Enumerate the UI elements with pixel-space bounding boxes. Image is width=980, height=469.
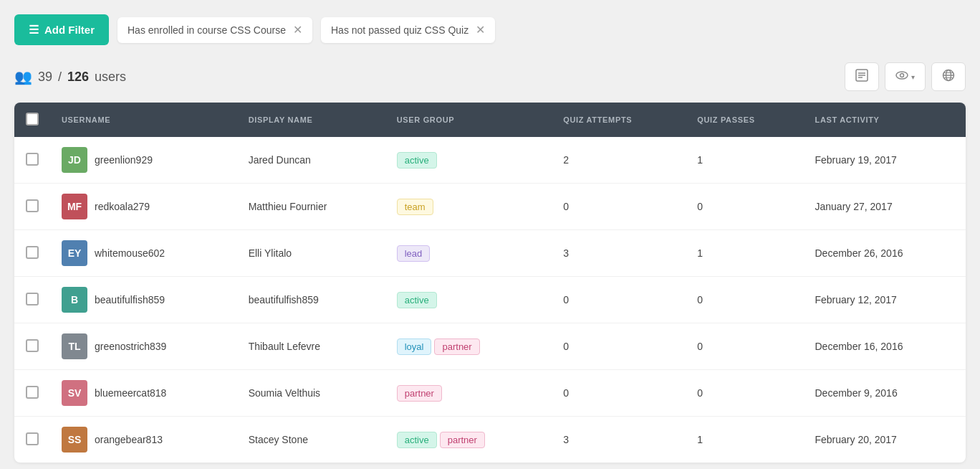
globe-icon bbox=[942, 69, 955, 85]
row-4-quiz-passes: 0 bbox=[686, 323, 803, 370]
row-2-username-cell: EYwhitemouse602 bbox=[50, 230, 237, 277]
row-6-avatar: SS bbox=[62, 427, 87, 453]
row-1-username: redkoala279 bbox=[95, 201, 150, 212]
row-0-username: greenlion929 bbox=[95, 154, 153, 166]
row-1-username-cell: MFredkoala279 bbox=[50, 184, 237, 230]
summary-bar: 👥 39 / 126 users ▾ bbox=[14, 62, 966, 91]
row-3-checkbox[interactable] bbox=[26, 293, 39, 305]
row-0-display-name: Jared Duncan bbox=[237, 137, 385, 184]
row-2-quiz-passes: 1 bbox=[686, 230, 803, 277]
svg-point-5 bbox=[900, 74, 904, 77]
users-label: users bbox=[95, 70, 126, 85]
row-1-quiz-passes: 0 bbox=[686, 184, 803, 230]
row-0-checkbox-cell bbox=[14, 137, 50, 184]
row-1-display-name: Matthieu Fournier bbox=[237, 184, 385, 230]
table-row: SSorangebear813Stacey Stoneactivepartner… bbox=[14, 417, 966, 463]
count-total: 126 bbox=[67, 70, 89, 85]
settings-button[interactable] bbox=[931, 62, 966, 91]
col-quiz-passes: QUIZ PASSES bbox=[686, 103, 803, 137]
row-4-checkbox-cell bbox=[14, 323, 50, 370]
row-3-tag-active: active bbox=[397, 292, 437, 308]
row-5-quiz-attempts: 0 bbox=[552, 370, 686, 417]
row-6-quiz-passes: 1 bbox=[686, 417, 803, 463]
header-checkbox[interactable] bbox=[26, 113, 39, 125]
filter-icon: ☰ bbox=[29, 23, 39, 37]
col-quiz-attempts: QUIZ ATTEMPTS bbox=[552, 103, 686, 137]
table-header-row: USERNAME DISPLAY NAME USER GROUP QUIZ AT… bbox=[14, 103, 966, 137]
row-1-user-group: team bbox=[385, 184, 552, 230]
row-4-user-group: loyalpartner bbox=[385, 323, 552, 370]
row-0-user-group: active bbox=[385, 137, 552, 184]
row-1-last-activity: January 27, 2017 bbox=[804, 184, 966, 230]
row-5-user-group: partner bbox=[385, 370, 552, 417]
export-button[interactable] bbox=[845, 62, 879, 91]
export-icon bbox=[855, 69, 868, 85]
row-0-username-cell: JDgreenlion929 bbox=[50, 137, 237, 184]
row-6-username-cell: SSorangebear813 bbox=[50, 417, 237, 463]
add-filter-button[interactable]: ☰ Add Filter bbox=[14, 14, 109, 45]
row-5-tag-partner: partner bbox=[397, 385, 442, 402]
count-separator: / bbox=[58, 70, 62, 85]
row-0-tag-active: active bbox=[397, 152, 437, 169]
top-bar: ☰ Add Filter Has enrolled in course CSS … bbox=[14, 14, 966, 45]
row-0-avatar: JD bbox=[62, 147, 87, 173]
filter-chip-1-close[interactable]: ✕ bbox=[293, 24, 302, 36]
filter-chip-2-label: Has not passed quiz CSS Quiz bbox=[331, 24, 469, 36]
row-5-checkbox-cell bbox=[14, 370, 50, 417]
row-3-username: beautifulfish859 bbox=[95, 294, 165, 305]
col-username: USERNAME bbox=[50, 103, 237, 137]
row-6-checkbox-cell bbox=[14, 417, 50, 463]
row-4-username-cell: TLgreenostrich839 bbox=[50, 323, 237, 370]
row-6-checkbox[interactable] bbox=[26, 432, 39, 445]
row-0-checkbox[interactable] bbox=[26, 153, 39, 166]
row-5-username: bluemeercat818 bbox=[95, 387, 166, 399]
col-display-name: DISPLAY NAME bbox=[237, 103, 385, 137]
row-6-tag-active: active bbox=[397, 432, 437, 448]
table-row: JDgreenlion929Jared Duncanactive21Februa… bbox=[14, 137, 966, 184]
toolbar-actions: ▾ bbox=[845, 62, 966, 91]
col-last-activity: LAST ACTIVITY bbox=[804, 103, 966, 137]
row-4-checkbox[interactable] bbox=[26, 339, 39, 352]
row-4-last-activity: December 16, 2016 bbox=[804, 323, 966, 370]
col-checkbox bbox=[14, 103, 50, 137]
row-5-quiz-passes: 0 bbox=[686, 370, 803, 417]
table-row: TLgreenostrich839Thibault Lefevreloyalpa… bbox=[14, 323, 966, 370]
row-4-quiz-attempts: 0 bbox=[552, 323, 686, 370]
row-3-display-name: beautifulfish859 bbox=[237, 277, 385, 323]
view-button[interactable]: ▾ bbox=[885, 62, 926, 91]
filter-chip-1: Has enrolled in course CSS Course ✕ bbox=[117, 17, 312, 43]
row-1-tag-team: team bbox=[397, 199, 433, 215]
eye-icon bbox=[895, 69, 908, 85]
table-row: SVbluemeercat818Soumia Velthuispartner00… bbox=[14, 370, 966, 417]
row-5-checkbox[interactable] bbox=[26, 386, 39, 399]
svg-point-4 bbox=[896, 72, 908, 79]
row-0-quiz-attempts: 2 bbox=[552, 137, 686, 184]
row-1-checkbox[interactable] bbox=[26, 199, 39, 212]
filter-chip-2-close[interactable]: ✕ bbox=[476, 24, 485, 36]
row-2-checkbox[interactable] bbox=[26, 246, 39, 259]
col-user-group: USER GROUP bbox=[385, 103, 552, 137]
row-2-checkbox-cell bbox=[14, 230, 50, 277]
row-0-last-activity: February 19, 2017 bbox=[804, 137, 966, 184]
row-2-username: whitemouse602 bbox=[95, 247, 165, 259]
table-row: MFredkoala279Matthieu Fournierteam00Janu… bbox=[14, 184, 966, 230]
row-4-tag-loyal: loyal bbox=[397, 338, 432, 355]
row-5-username-cell: SVbluemeercat818 bbox=[50, 370, 237, 417]
row-2-quiz-attempts: 3 bbox=[552, 230, 686, 277]
row-5-last-activity: December 9, 2016 bbox=[804, 370, 966, 417]
row-3-quiz-attempts: 0 bbox=[552, 277, 686, 323]
user-count: 👥 39 / 126 users bbox=[14, 68, 126, 85]
row-0-quiz-passes: 1 bbox=[686, 137, 803, 184]
row-4-tag-partner: partner bbox=[434, 338, 479, 355]
row-2-tag-lead: lead bbox=[397, 245, 431, 262]
row-6-user-group: activepartner bbox=[385, 417, 552, 463]
table-row: EYwhitemouse602Elli Ylitalolead31Decembe… bbox=[14, 230, 966, 277]
row-3-last-activity: February 12, 2017 bbox=[804, 277, 966, 323]
count-current: 39 bbox=[38, 70, 52, 85]
view-chevron: ▾ bbox=[911, 73, 915, 81]
row-4-avatar: TL bbox=[62, 333, 87, 359]
row-5-display-name: Soumia Velthuis bbox=[237, 370, 385, 417]
row-6-quiz-attempts: 3 bbox=[552, 417, 686, 463]
row-6-tag-partner: partner bbox=[440, 432, 485, 448]
row-1-checkbox-cell bbox=[14, 184, 50, 230]
